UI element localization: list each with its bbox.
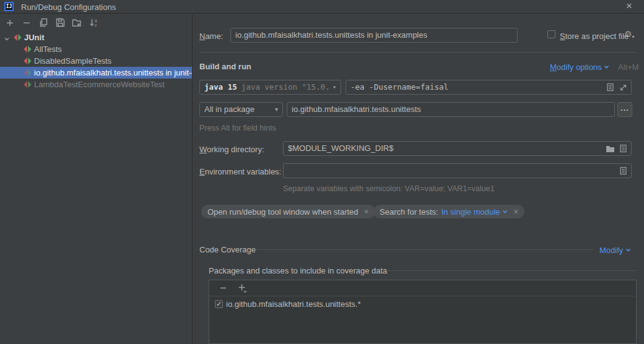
- add-configuration-icon[interactable]: [5, 18, 15, 28]
- jre-version: java version "15.0.2: [242, 80, 330, 94]
- coverage-group-title: Packages and classes to include in cover…: [209, 266, 387, 275]
- chip-open-tool-window[interactable]: Open run/debug tool window when started …: [201, 205, 375, 218]
- coverage-table-toolbar: [209, 280, 636, 296]
- sort-alphabetically-icon[interactable]: az: [89, 18, 98, 28]
- tree-item-label: io.github.mfaisalkhatri.tests.unittests …: [34, 68, 192, 77]
- jre-name: java 15: [204, 80, 237, 94]
- name-label: Name:: [199, 32, 223, 41]
- junit-icon: [24, 69, 32, 77]
- field-hints-text: Press Alt for field hints: [199, 124, 276, 132]
- tree-item-label: AllTests: [34, 45, 62, 54]
- store-as-project-file-label: Store as project file: [560, 32, 629, 41]
- titled-separator-line: [385, 270, 637, 271]
- svg-text:a: a: [95, 19, 97, 23]
- new-folder-icon[interactable]: [72, 18, 82, 28]
- paste-list-icon[interactable]: [618, 166, 628, 176]
- remove-configuration-icon[interactable]: [22, 18, 32, 28]
- junit-icon: [14, 33, 22, 41]
- build-and-run-header: Build and run: [199, 62, 251, 71]
- store-as-project-file-checkbox[interactable]: [547, 30, 555, 38]
- store-settings-gear-icon[interactable]: ⚙▾: [624, 30, 635, 40]
- chip-search-prefix: Search for tests:: [380, 207, 438, 217]
- configurations-sidebar: az JUnit AllTests: [0, 14, 193, 344]
- window-title: Run/Debug Configurations: [21, 2, 116, 12]
- working-directory-input[interactable]: $MODULE_WORKING_DIR$: [283, 141, 632, 156]
- pattern-included-checkbox[interactable]: ✓: [215, 300, 223, 308]
- coverage-pattern-row[interactable]: ✓ io.github.mfaisalkhatri.tests.unittest…: [209, 296, 636, 309]
- tree-item-disabledsampletests[interactable]: DisabledSampleTests: [0, 55, 192, 67]
- paste-list-icon[interactable]: [605, 82, 615, 92]
- environment-variables-hint: Separate variables with semicolon: VAR=v…: [283, 184, 494, 193]
- intellij-idea-icon: IJ: [4, 2, 14, 11]
- remove-chip-icon[interactable]: ×: [364, 207, 369, 216]
- junit-icon: [24, 80, 32, 88]
- package-input[interactable]: io.github.mfaisalkhatri.tests.unittests: [287, 102, 615, 117]
- titled-separator-line: [256, 249, 594, 250]
- close-icon[interactable]: ×: [623, 0, 635, 12]
- chevron-down-icon[interactable]: [4, 35, 10, 41]
- tree-item-lambdatest[interactable]: LambdaTestEcommerceWebsiteTest: [0, 79, 192, 90]
- chevron-down-icon: [502, 207, 508, 216]
- coverage-modify-area: Modify: [599, 245, 631, 255]
- folder-icon[interactable]: [605, 144, 615, 153]
- add-pattern-icon[interactable]: [237, 283, 247, 293]
- configurations-tree: JUnit AllTests DisabledSampleTests io.gi…: [0, 32, 192, 90]
- coverage-modify-link[interactable]: Modify: [599, 246, 623, 255]
- search-scope-select[interactable]: In single module: [442, 207, 500, 217]
- svg-text:z: z: [95, 23, 97, 27]
- chevron-down-icon: ▾: [330, 80, 336, 94]
- environment-variables-label: Environment variables:: [199, 167, 281, 176]
- tree-item-unittests-selected[interactable]: io.github.mfaisalkhatri.tests.unittests …: [0, 67, 192, 79]
- copy-configuration-icon[interactable]: [38, 18, 48, 28]
- test-kind-select[interactable]: All in package ▾: [199, 102, 283, 117]
- browse-button[interactable]: ...: [617, 102, 632, 117]
- vm-options-input[interactable]: -ea -Dusername=faisal: [346, 80, 632, 95]
- sidebar-toolbar: az: [0, 14, 192, 31]
- chevron-down-icon: [604, 62, 609, 71]
- code-coverage-header: Code Coverage: [199, 245, 256, 254]
- chevron-down-icon: ▾: [272, 103, 278, 116]
- expand-field-icon[interactable]: [618, 82, 628, 92]
- tree-item-label: JUnit: [24, 33, 45, 42]
- tree-item-label: DisabledSampleTests: [34, 56, 111, 66]
- modify-options-shortcut: Alt+M: [618, 62, 639, 72]
- remove-pattern-icon[interactable]: [218, 283, 228, 293]
- working-directory-label: Working directory:: [199, 145, 264, 154]
- section-divider: [199, 52, 637, 53]
- junit-icon: [24, 45, 32, 53]
- tree-item-junit-group[interactable]: JUnit: [0, 32, 192, 43]
- tree-item-label: LambdaTestEcommerceWebsiteTest: [34, 80, 165, 89]
- junit-icon: [24, 57, 32, 65]
- jre-select[interactable]: java 15 java version "15.0.2 ▾: [199, 80, 341, 95]
- name-input[interactable]: io.github.mfaisalkhatri.tests.unittests …: [230, 28, 518, 43]
- chip-search-for-tests[interactable]: Search for tests: In single module ×: [373, 205, 524, 218]
- environment-variables-input[interactable]: [283, 163, 632, 178]
- pattern-label: io.github.mfaisalkhatri.tests.unittests.…: [226, 299, 361, 309]
- title-bar: IJ Run/Debug Configurations ×: [0, 0, 644, 14]
- paste-list-icon[interactable]: [618, 144, 628, 153]
- modify-options-link[interactable]: Modify options: [550, 62, 602, 72]
- run-debug-configurations-dialog: IJ Run/Debug Configurations × az: [0, 0, 644, 344]
- chevron-down-icon: [625, 245, 631, 254]
- modify-options-area: Modify options Alt+M: [550, 62, 639, 72]
- save-configuration-icon[interactable]: [55, 18, 65, 28]
- remove-chip-icon[interactable]: ×: [513, 207, 518, 216]
- tree-item-alltests[interactable]: AllTests: [0, 43, 192, 55]
- coverage-patterns-table: ✓ io.github.mfaisalkhatri.tests.unittest…: [209, 280, 637, 344]
